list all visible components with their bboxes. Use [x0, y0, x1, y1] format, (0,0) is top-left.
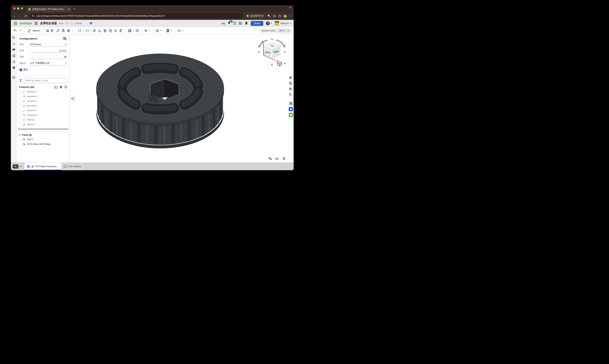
suppress-pause-icon[interactable] — [60, 86, 62, 88]
link-icon[interactable] — [66, 22, 69, 25]
checklist-panel-icon[interactable] — [12, 76, 15, 79]
rotate-down-arrow[interactable] — [271, 64, 273, 66]
featurescript-icon[interactable] — [177, 28, 181, 33]
tab-close-icon[interactable]: ✕ — [68, 8, 70, 11]
translate-icon[interactable]: G — [267, 14, 271, 18]
thicken-dropdown-caret[interactable] — [72, 30, 73, 31]
mirror-pattern-icon[interactable] — [135, 28, 139, 33]
tab-part-studio[interactable]: TR Pulley Generator... — [24, 163, 61, 170]
sketch-label[interactable]: Sketch — [32, 29, 40, 32]
view-menu-caret-icon[interactable] — [284, 63, 286, 64]
feature-list-panel-icon[interactable] — [12, 36, 15, 39]
close-window-button[interactable] — [13, 7, 15, 10]
share-button[interactable]: Share — [251, 21, 263, 26]
versions-panel-icon[interactable] — [12, 42, 15, 45]
app-store-icon[interactable] — [239, 22, 242, 25]
featurescript-version-icon[interactable]: {v} — [222, 22, 225, 25]
back-icon[interactable]: ← — [13, 14, 16, 18]
appearance-panel-icon[interactable] — [288, 75, 294, 80]
configurations-panel-icon[interactable] — [288, 80, 294, 86]
slot-icon[interactable] — [119, 28, 123, 33]
extensions-icon[interactable] — [278, 14, 281, 18]
tasks-checklist-icon[interactable] — [233, 22, 236, 25]
add-folder-icon[interactable] — [54, 86, 58, 89]
graphics-viewport[interactable]: 36 Top Front Right Z — [70, 34, 294, 163]
configuration-table-icon[interactable] — [63, 37, 67, 40]
protractor-icon[interactable] — [275, 157, 279, 160]
workspace-name[interactable]: Main — [59, 22, 64, 25]
onshape-feedback-icon[interactable] — [12, 66, 15, 69]
browser-profile-avatar[interactable] — [283, 14, 287, 18]
feature-row[interactable]: Extrude 3 — [17, 103, 69, 108]
zoom-window-button[interactable] — [21, 7, 23, 10]
bore-style-select[interactable]: 1/2'' 六角带嵌入件 — [30, 61, 67, 65]
rollback-bar[interactable] — [18, 129, 69, 130]
tab-search-caret-icon[interactable] — [289, 7, 291, 8]
tooth-width-input[interactable]: 11 mm — [30, 49, 67, 53]
site-settings-icon[interactable] — [32, 15, 34, 17]
parts-header[interactable]: Parts (2) — [17, 132, 69, 137]
ai-advisor-icon[interactable] — [245, 21, 248, 25]
document-title[interactable]: 皮带轮生成器 — [40, 22, 57, 25]
rotate-up-arrow[interactable] — [271, 38, 273, 40]
browser-tab[interactable]: 皮带轮生成器 | TR Pulley Gene ✕ — [27, 6, 71, 12]
configuration-variables-panel-icon[interactable]: x — [288, 92, 294, 98]
onshape-logo[interactable] — [13, 21, 18, 26]
search-tools-button[interactable]: Search tools... alt/⌥ c — [260, 28, 292, 33]
revolve-icon[interactable] — [50, 28, 55, 33]
folder-visibility[interactable]: Public — [75, 22, 82, 25]
part-row[interactable]: HTD-5mm-36T-Pulley — [17, 142, 69, 146]
boolean-icon[interactable] — [144, 28, 148, 33]
part-row[interactable]: Part 1 — [17, 137, 69, 142]
feature-row[interactable]: Sketch 5 — [17, 108, 69, 113]
open-in-app-button[interactable]: 在应用中打开 — [245, 13, 265, 18]
featurescript-dropdown-caret[interactable] — [182, 30, 183, 31]
feature-row[interactable]: Sketch 3 — [17, 89, 69, 94]
tooth-count-input[interactable]: 36 — [30, 55, 67, 59]
section-dropdown-caret[interactable] — [171, 30, 172, 31]
new-tab-button[interactable]: + — [73, 7, 75, 11]
mass-properties-icon[interactable] — [282, 157, 286, 160]
hole-icon[interactable] — [108, 28, 112, 33]
pattern-dropdown-caret[interactable] — [133, 30, 134, 31]
configured-features-panel-icon[interactable] — [288, 86, 294, 92]
bookmark-star-icon[interactable] — [273, 14, 276, 18]
lightening-checkbox-row[interactable]: ✓ 镂空 — [19, 68, 67, 71]
reload-icon[interactable]: ⟳ — [24, 14, 28, 18]
split-icon[interactable] — [155, 28, 159, 33]
feature-row[interactable]: Sketch 4 — [17, 99, 69, 103]
feature-row[interactable]: Mirror 1 — [17, 122, 69, 127]
thread-icon[interactable] — [113, 28, 118, 33]
app-blue-book-icon[interactable] — [288, 106, 294, 112]
view-cube[interactable]: Top Front Right Z Y X — [257, 37, 287, 68]
comments-panel-icon[interactable] — [12, 48, 15, 51]
rib-icon[interactable] — [97, 28, 102, 33]
forward-icon[interactable]: → — [18, 14, 22, 18]
draft-icon[interactable] — [92, 28, 97, 33]
linear-pattern-icon[interactable] — [127, 28, 132, 33]
filter-input[interactable] — [24, 78, 67, 83]
loft-icon[interactable] — [61, 28, 65, 33]
app-x-icon[interactable] — [288, 100, 294, 106]
isometric-view-button[interactable] — [277, 62, 282, 66]
notes-panel-icon[interactable] — [12, 54, 15, 57]
user-menu[interactable]: Pang Yi — [275, 21, 291, 26]
split-dropdown-caret[interactable] — [160, 30, 161, 31]
rotate-right-arrow[interactable] — [284, 51, 286, 53]
url-field[interactable]: cad.onshape.com/documents/7f060273e4bab7… — [30, 13, 243, 19]
help-menu[interactable]: ? — [266, 21, 272, 25]
document-menu-icon[interactable] — [34, 22, 38, 25]
chamfer-icon[interactable] — [85, 28, 89, 33]
notifications-bell-icon[interactable]: 9+ — [227, 22, 231, 25]
rotate-left-arrow[interactable] — [258, 51, 260, 53]
add-tab-button[interactable]: + — [20, 164, 22, 169]
feature-row[interactable]: Extrude 2 — [17, 94, 69, 99]
browser-menu-icon[interactable]: ⋮ — [289, 14, 292, 17]
collapse-feature-list-button[interactable] — [70, 96, 76, 102]
undo-icon[interactable] — [13, 28, 17, 33]
redo-icon[interactable] — [18, 28, 23, 33]
tab-cad-imports[interactable]: CAD Imports — [61, 163, 84, 170]
fillet-dropdown-caret[interactable] — [83, 30, 84, 31]
regen-timer-icon[interactable] — [64, 85, 67, 89]
feature-row[interactable]: Plane 1 — [17, 117, 69, 122]
